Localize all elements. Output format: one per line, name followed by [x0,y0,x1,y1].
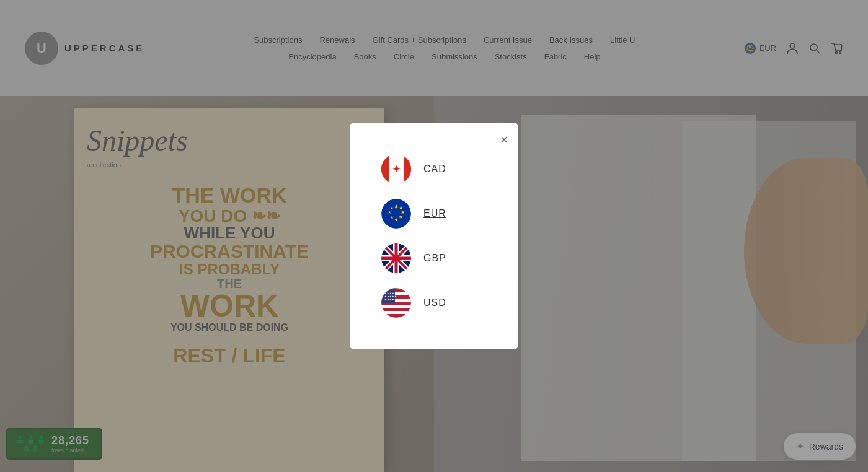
cad-label: CAD [423,164,446,175]
modal-overlay[interactable]: × 🍁 ✦ [0,0,868,472]
gbp-label: GBP [423,253,446,264]
svg-text:✦: ✦ [392,163,401,175]
modal-close-button[interactable]: × [500,133,508,146]
currency-item-cad[interactable]: 🍁 ✦ CAD [381,154,487,184]
eur-label: EUR [423,208,446,219]
currency-list: 🍁 ✦ CAD ★ ★ ★ [381,154,487,318]
currency-modal: × 🍁 ✦ [350,123,518,349]
currency-item-eur[interactable]: ★ ★ ★ ★ ★ ★ ★ ★ ★ ★ ★ ★ EUR [381,199,487,229]
svg-text:★: ★ [388,210,391,214]
svg-text:★: ★ [390,206,394,210]
currency-item-usd[interactable]: ★★★★★★ ★★★★★ ★★★★★★ USD [381,288,487,318]
svg-text:★: ★ [394,205,398,209]
svg-text:★: ★ [399,214,402,219]
svg-rect-24 [381,154,389,184]
svg-text:★: ★ [394,217,398,222]
svg-rect-25 [404,154,411,184]
currency-item-gbp[interactable]: GBP [381,243,487,273]
usd-label: USD [423,297,446,308]
svg-text:★: ★ [399,206,402,210]
svg-text:★★★★★★: ★★★★★★ [384,298,399,301]
svg-text:★: ★ [390,215,394,219]
flag-cad: 🍁 ✦ [381,154,411,184]
svg-text:★: ★ [401,210,404,214]
flag-eur: ★ ★ ★ ★ ★ ★ ★ ★ ★ ★ ★ ★ [381,199,411,229]
flag-gbp [381,243,411,273]
svg-rect-54 [381,305,411,308]
flag-usd: ★★★★★★ ★★★★★ ★★★★★★ [381,288,411,318]
